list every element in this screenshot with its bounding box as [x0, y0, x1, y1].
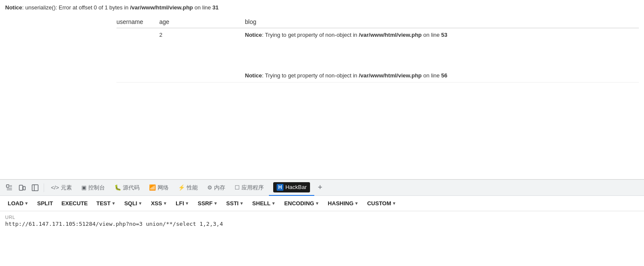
tab-performance-label: 性能 — [187, 184, 198, 192]
hb-lfi-label: LFI — [176, 200, 184, 207]
notice-label-age: Notice — [245, 32, 262, 38]
hackbar-tab-badge: H HackBar — [273, 182, 310, 192]
add-tab-btn[interactable]: + — [315, 182, 325, 193]
hackbar-h-icon: H — [277, 184, 284, 191]
hb-ssti-arrow: ▼ — [239, 201, 244, 206]
notice-line-num-top: 31 — [212, 4, 218, 11]
hb-lfi-arrow: ▼ — [185, 201, 189, 206]
devtools-panel-btn[interactable] — [29, 183, 41, 193]
hb-load-label: LOAD — [8, 200, 24, 207]
hb-lfi-btn[interactable]: LFI ▼ — [172, 198, 192, 208]
cell-blog: Notice: Trying to get property of non-ob… — [245, 28, 639, 83]
hackbar-toolbar: LOAD ▼ SPLIT EXECUTE TEST ▼ SQLI ▼ XSS ▼… — [0, 196, 644, 211]
hb-hashing-btn[interactable]: HASHING ▼ — [325, 198, 362, 208]
hb-load-btn[interactable]: LOAD ▼ — [4, 198, 32, 208]
data-table: username age blog 2 Notice: Trying to ge… — [116, 16, 639, 83]
network-icon: 📶 — [149, 184, 156, 191]
hb-encoding-arrow: ▼ — [315, 201, 319, 206]
tab-network-label: 网络 — [158, 184, 169, 192]
notice-label-top: Notice — [5, 4, 22, 11]
table-row: 2 Notice: Trying to get property of non-… — [116, 28, 639, 83]
hb-ssti-label: SSTI — [226, 200, 239, 207]
notice-label-blog: Notice — [245, 72, 262, 79]
hb-test-label: TEST — [96, 200, 110, 207]
svg-rect-0 — [6, 185, 9, 187]
sources-icon: 🐛 — [114, 184, 121, 191]
tab-application-label: 应用程序 — [242, 184, 264, 192]
tab-sources[interactable]: 🐛 源代码 — [110, 181, 144, 194]
hb-xss-label: XSS — [151, 200, 162, 207]
hb-sqli-btn[interactable]: SQLI ▼ — [121, 198, 146, 208]
tab-hackbar-label: HackBar — [285, 184, 307, 190]
tab-elements-label: 元素 — [61, 184, 72, 192]
divider-1 — [44, 183, 44, 192]
notice-top: Notice: unserialize(): Error at offset 0… — [5, 4, 639, 11]
notice-filepath-top: /var/www/html/view.php — [130, 4, 193, 11]
tab-memory[interactable]: ⚙ 内存 — [203, 181, 230, 194]
url-label: URL — [5, 215, 639, 220]
hb-xss-arrow: ▼ — [163, 201, 167, 206]
col-header-username: username — [116, 16, 159, 28]
tab-console[interactable]: ▣ 控制台 — [77, 181, 109, 194]
console-icon: ▣ — [81, 184, 86, 191]
tab-performance[interactable]: ⚡ 性能 — [174, 181, 202, 194]
svg-rect-3 — [32, 185, 38, 191]
hb-encoding-label: ENCODING — [284, 200, 314, 207]
hb-custom-btn[interactable]: CUSTOM ▼ — [364, 198, 400, 208]
col-header-blog: blog — [245, 16, 639, 28]
application-icon: ☐ — [235, 184, 240, 191]
table-main: username age blog 2 Notice: Trying to ge… — [116, 16, 639, 83]
hb-ssrf-label: SSRF — [198, 200, 213, 207]
hackbar-url-area: URL http://61.147.171.105:51284/view.php… — [0, 211, 644, 231]
tab-network[interactable]: 📶 网络 — [145, 181, 173, 194]
devtools-inspect-btn[interactable] — [3, 183, 15, 193]
memory-icon: ⚙ — [207, 184, 212, 191]
hb-encoding-btn[interactable]: ENCODING ▼ — [281, 198, 323, 208]
notice-line-text-top: on line — [193, 4, 213, 11]
performance-icon: ⚡ — [178, 184, 185, 191]
cell-username — [116, 28, 159, 83]
svg-rect-1 — [19, 185, 23, 190]
tab-sources-label: 源代码 — [123, 184, 140, 192]
notice-text-top: : unserialize(): Error at offset 0 of 1 … — [22, 4, 130, 11]
svg-rect-2 — [23, 186, 25, 190]
hb-split-label: SPLIT — [37, 200, 53, 207]
table-section: username age blog 2 Notice: Trying to ge… — [5, 16, 639, 83]
hb-execute-label: EXECUTE — [62, 200, 88, 207]
hb-sqli-label: SQLI — [124, 200, 137, 207]
tab-memory-label: 内存 — [214, 184, 225, 192]
hb-sqli-arrow: ▼ — [138, 201, 142, 206]
devtools-bar: </> 元素 ▣ 控制台 🐛 源代码 📶 网络 ⚡ 性能 ⚙ 内存 ☐ 应用程序… — [0, 180, 644, 196]
tab-elements[interactable]: </> 元素 — [47, 181, 76, 194]
hb-xss-btn[interactable]: XSS ▼ — [147, 198, 170, 208]
tab-console-label: 控制台 — [88, 184, 105, 192]
tab-hackbar[interactable]: H HackBar — [269, 180, 315, 196]
hb-hashing-label: HASHING — [328, 200, 354, 207]
notice-blog: Notice: Trying to get property of non-ob… — [245, 72, 447, 79]
hb-ssrf-btn[interactable]: SSRF ▼ — [194, 198, 221, 208]
col-header-age: age — [159, 16, 245, 28]
hb-split-btn[interactable]: SPLIT — [34, 198, 57, 208]
hb-load-arrow: ▼ — [24, 201, 29, 206]
elements-icon: </> — [51, 184, 59, 191]
hb-ssti-btn[interactable]: SSTI ▼ — [223, 198, 247, 208]
page-content: Notice: unserialize(): Error at offset 0… — [0, 0, 644, 180]
col-spacer — [5, 16, 116, 83]
hb-custom-arrow: ▼ — [392, 201, 397, 206]
hb-execute-btn[interactable]: EXECUTE — [58, 198, 91, 208]
hb-custom-label: CUSTOM — [367, 200, 391, 207]
hb-shell-btn[interactable]: SHELL ▼ — [249, 198, 279, 208]
hb-test-btn[interactable]: TEST ▼ — [93, 198, 119, 208]
cell-age: 2 — [159, 28, 245, 83]
notice-age: Notice: Trying to get property of non-ob… — [245, 32, 447, 38]
url-value[interactable]: http://61.147.171.105:51284/view.php?no=… — [5, 221, 639, 227]
hb-hashing-arrow: ▼ — [355, 201, 359, 206]
tab-application[interactable]: ☐ 应用程序 — [230, 181, 268, 194]
hb-test-arrow: ▼ — [111, 201, 116, 206]
hb-ssrf-arrow: ▼ — [213, 201, 218, 206]
devtools-device-btn[interactable] — [16, 183, 28, 193]
hb-shell-label: SHELL — [252, 200, 271, 207]
hb-shell-arrow: ▼ — [271, 201, 276, 206]
